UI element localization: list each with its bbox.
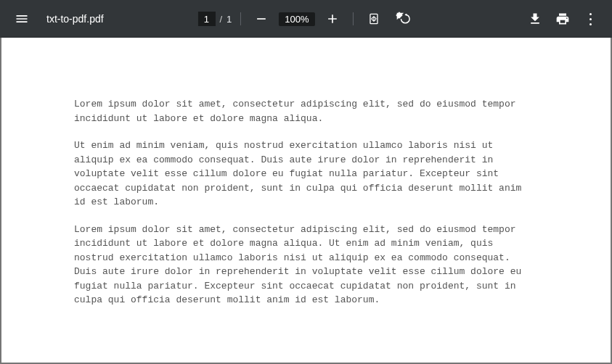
minus-icon: [254, 12, 269, 26]
page-indicator: / 1: [197, 12, 232, 26]
document-paragraph: Lorem ipsum dolor sit amet, consectetur …: [74, 223, 538, 307]
page-total: 1: [227, 14, 232, 25]
page-separator: /: [219, 14, 222, 25]
download-button[interactable]: [523, 7, 547, 30]
page-number-input[interactable]: [197, 12, 215, 26]
print-icon: [555, 12, 570, 26]
kebab-icon: [589, 12, 592, 27]
document-paragraph: Ut enim ad minim veniam, quis nostrud ex…: [74, 138, 538, 210]
zoom-in-button[interactable]: [321, 7, 344, 30]
pdf-viewer-area[interactable]: Lorem ipsum dolor sit amet, consectetur …: [0, 38, 612, 364]
pdf-page: Lorem ipsum dolor sit amet, consectetur …: [0, 38, 612, 364]
fit-page-icon: [367, 12, 381, 26]
download-icon: [528, 12, 542, 26]
toolbar-center-group: / 1 100%: [197, 7, 414, 30]
zoom-out-button[interactable]: [250, 7, 273, 30]
toolbar-divider: [353, 12, 354, 25]
menu-button[interactable]: [10, 7, 33, 30]
document-text: Lorem ipsum dolor sit amet, consectetur …: [74, 97, 538, 307]
fit-page-button[interactable]: [362, 7, 385, 30]
more-options-button[interactable]: [579, 7, 602, 30]
plus-icon: [325, 12, 340, 26]
rotate-icon: [396, 12, 410, 26]
svg-rect-1: [396, 12, 402, 18]
pdf-toolbar: txt-to-pdf.pdf / 1 100%: [0, 0, 612, 38]
document-filename: txt-to-pdf.pdf: [46, 13, 104, 25]
toolbar-divider: [240, 12, 241, 25]
zoom-level[interactable]: 100%: [279, 12, 314, 26]
toolbar-right-group: [523, 7, 602, 30]
print-button[interactable]: [551, 7, 574, 30]
rotate-button[interactable]: [391, 7, 415, 30]
document-paragraph: Lorem ipsum dolor sit amet, consectetur …: [74, 97, 538, 125]
hamburger-icon: [15, 12, 29, 26]
